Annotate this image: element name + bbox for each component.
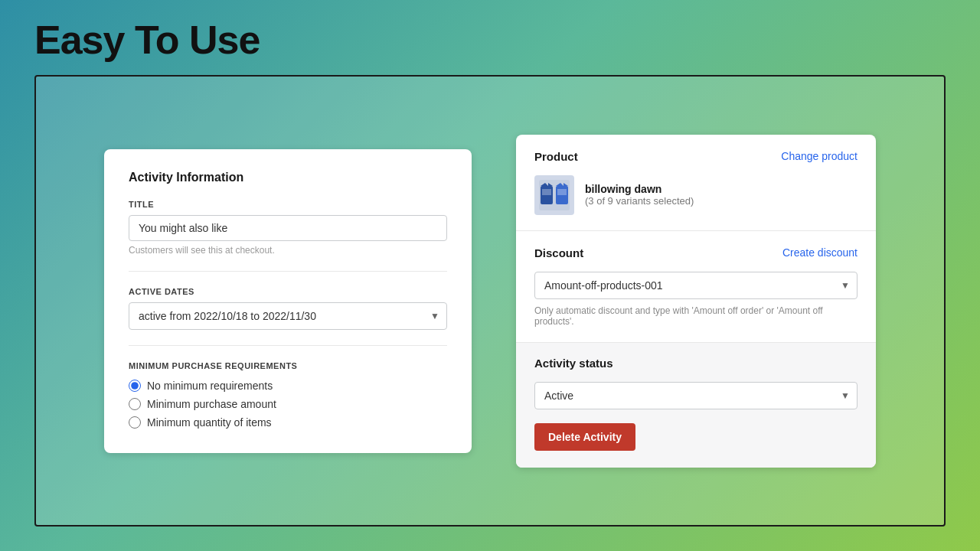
radio-min-amount-input[interactable] [129,398,141,410]
title-label: TITLE [129,200,447,209]
svg-rect-4 [542,189,551,195]
radio-min-amount[interactable]: Minimum purchase amount [129,398,447,410]
discount-section: Discount Create discount Amount-off-prod… [516,231,876,343]
product-section-header: Product Change product [534,150,858,163]
discount-select-wrapper: Amount-off-products-001 ▼ [534,272,858,299]
left-card-title: Activity Information [129,171,447,184]
activity-information-card: Activity Information TITLE Customers wil… [104,149,472,453]
status-heading: Activity status [534,357,613,370]
product-info: billowing dawn (3 of 9 variants selected… [585,183,694,207]
radio-no-min-input[interactable] [129,380,141,392]
radio-min-qty[interactable]: Minimum quantity of items [129,416,447,429]
right-card: Product Change product [516,135,876,468]
status-section-header: Activity status [534,357,858,370]
product-row: billowing dawn (3 of 9 variants selected… [534,175,858,215]
radio-min-amount-label: Minimum purchase amount [147,398,276,410]
page-title: Easy To Use [0,0,980,75]
product-image [537,178,571,212]
radio-no-min[interactable]: No minimum requirements [129,380,447,392]
create-discount-button[interactable]: Create discount [782,246,858,259]
title-hint: Customers will see this at checkout. [129,245,447,256]
product-heading: Product [534,150,578,163]
status-select-wrapper: Active ▼ [534,382,858,409]
active-dates-wrapper: active from 2022/10/18 to 2022/11/30 ▼ [129,302,447,330]
radio-group: No minimum requirements Minimum purchase… [129,380,447,429]
active-dates-select[interactable]: active from 2022/10/18 to 2022/11/30 [129,302,447,330]
main-frame: Activity Information TITLE Customers wil… [34,75,946,527]
delete-activity-button[interactable]: Delete Activity [534,423,635,451]
radio-min-qty-label: Minimum quantity of items [147,416,272,429]
product-thumbnail [534,175,574,215]
product-variants: (3 of 9 variants selected) [585,195,694,207]
discount-note: Only automatic discount and type with 'A… [534,305,858,327]
product-section: Product Change product [516,135,876,231]
discount-select[interactable]: Amount-off-products-001 [534,272,858,299]
active-dates-label: ACTIVE DATES [129,287,447,296]
radio-min-qty-input[interactable] [129,416,141,429]
radio-no-min-label: No minimum requirements [147,380,273,392]
status-select[interactable]: Active [534,382,858,409]
discount-section-header: Discount Create discount [534,246,858,259]
svg-rect-8 [557,189,567,195]
change-product-button[interactable]: Change product [781,150,858,162]
title-input[interactable] [129,215,447,241]
product-name: billowing dawn [585,183,694,195]
discount-heading: Discount [534,246,583,259]
min-req-label: MINIMUM PURCHASE REQUIREMENTS [129,361,447,370]
activity-status-section: Activity status Active ▼ Delete Activity [516,343,876,468]
